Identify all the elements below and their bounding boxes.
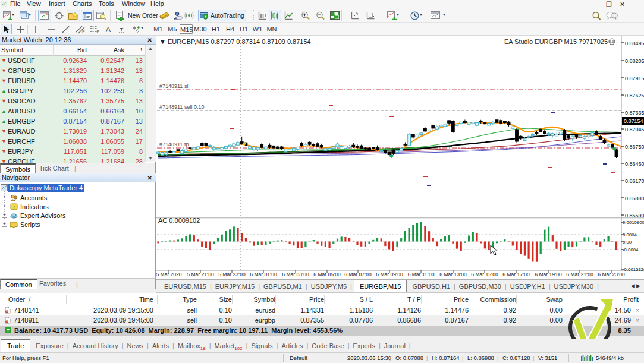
svg-text:6 Mar 01:00: 6 Mar 01:00 [250,272,277,277]
svg-text:▼: ▼ [241,141,247,147]
svg-text:0.87915: 0.87915 [625,75,644,81]
svg-text:6 Mar 03:00: 6 Mar 03:00 [282,272,309,277]
svg-text:0.87045: 0.87045 [625,127,644,132]
svg-text:0.88205: 0.88205 [625,58,644,64]
svg-text:0.00: 0.00 [623,239,632,245]
svg-text:✱: ✱ [612,146,617,152]
svg-text:0.87335: 0.87335 [625,110,644,116]
svg-text:6 Mar 21:00: 6 Mar 21:00 [566,272,593,277]
svg-text:0.0010900: 0.0010900 [623,220,644,225]
svg-text:0.85880: 0.85880 [625,195,644,201]
svg-text:0.87154: 0.87154 [624,118,643,124]
svg-text:0.88495: 0.88495 [625,40,644,46]
svg-text:#7148911 tp: #7148911 tp [159,141,189,147]
svg-text:0.85590: 0.85590 [625,213,644,219]
svg-text:#7148911 sl: #7148911 sl [159,83,188,89]
svg-text:E: E [82,30,85,34]
svg-text:0.86170: 0.86170 [625,178,644,184]
svg-text:6 Mar 09:00: 6 Mar 09:00 [376,272,403,277]
svg-text:▼ EURGBP,M15 0.87297 0.87314: ▼ EURGBP,M15 0.87297 0.87314 0.87109 0.8… [159,38,311,45]
svg-text:6 Mar 17:00: 6 Mar 17:00 [502,272,530,277]
svg-text:-0.0004: -0.0004 [623,247,639,252]
svg-text:6 Mar 19:00: 6 Mar 19:00 [535,272,562,277]
svg-text:6 Mar 23:00: 6 Mar 23:00 [598,272,625,277]
svg-text:6 Mar 07:00: 6 Mar 07:00 [344,272,372,277]
svg-text:6 Mar 15:00: 6 Mar 15:00 [471,272,498,277]
svg-text:AC 0.0009102: AC 0.0009102 [158,217,200,224]
svg-text:5 Mar 21:00: 5 Mar 21:00 [187,272,214,277]
svg-text:#7148911 sell 0.10: #7148911 sell 0.10 [159,104,204,110]
svg-text:F: F [97,30,99,34]
svg-text:6 Mar 11:00: 6 Mar 11:00 [408,272,435,277]
svg-text:0.87625: 0.87625 [625,93,644,99]
svg-text:EA Studio EURGBP M15 79717025: EA Studio EURGBP M15 79717025 [504,38,608,45]
svg-text:✱: ✱ [389,153,394,159]
svg-text:0.0004: 0.0004 [623,232,637,238]
svg-text:5 Mar 23:00: 5 Mar 23:00 [218,272,246,277]
svg-text:A: A [106,26,111,33]
svg-text:-0.0015320: -0.0015320 [623,267,644,272]
svg-text:0.86750: 0.86750 [625,144,644,150]
svg-text:0.86460: 0.86460 [625,161,644,167]
svg-text:T: T [120,27,124,33]
svg-text:5 Mar 2020: 5 Mar 2020 [156,272,182,277]
svg-text:6 Mar 13:00: 6 Mar 13:00 [439,272,467,277]
svg-text:6 Mar 05:00: 6 Mar 05:00 [313,272,341,277]
